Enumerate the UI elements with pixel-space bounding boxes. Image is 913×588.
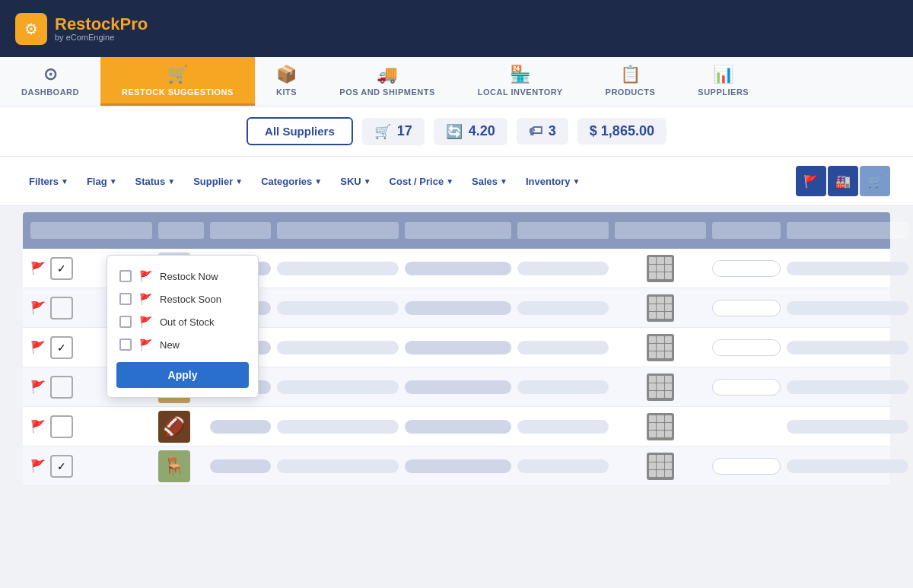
row2-col9 — [787, 301, 908, 315]
row5-checkbox[interactable] — [50, 415, 73, 438]
row3-flag: 🚩 — [30, 340, 46, 354]
flag-icon-yellow: 🚩 — [139, 293, 152, 305]
cart-view-button[interactable]: 🛒 — [860, 166, 890, 196]
filter-btn-cost-price[interactable]: Cost / Price ▼ — [383, 172, 460, 191]
sku-caret: ▼ — [364, 177, 371, 186]
logo: ⚙ RestockPro by eComEngine — [15, 13, 148, 45]
nav-item-kits[interactable]: 📦 KITS — [255, 57, 319, 106]
row1-col8 — [712, 260, 781, 277]
flag-option-restock-now[interactable]: 🚩 Restock Now — [116, 265, 249, 288]
row6-col5 — [405, 459, 511, 473]
row4-col4 — [277, 380, 399, 394]
row1-checkbox[interactable]: ✓ — [50, 257, 73, 280]
flag-label-restock-now: Restock Now — [160, 271, 218, 282]
filters-bar: Filters ▼ Flag ▼ Status ▼ Supplier ▼ Cat… — [0, 157, 913, 206]
row2-col5 — [405, 301, 511, 315]
th-col2 — [158, 222, 204, 239]
nav-item-restock-suggestions[interactable]: 🛒 RESTOCK SUGGESTIONS — [100, 57, 255, 106]
filter-btn-status[interactable]: Status ▼ — [129, 172, 182, 191]
flag-checkbox-out-of-stock[interactable] — [119, 316, 132, 328]
flag-icon-red: 🚩 — [139, 270, 152, 282]
nav-item-dashboard[interactable]: ⊙ DASHBOARD — [0, 57, 100, 106]
row4-checkbox[interactable] — [50, 376, 73, 399]
row5-flag: 🚩 — [30, 419, 46, 434]
nav-item-products[interactable]: 📋 PRODUCTS — [584, 57, 677, 106]
logo-text: RestockPro by eComEngine — [55, 16, 148, 42]
filter-btn-sales[interactable]: Sales ▼ — [466, 172, 514, 191]
row6-col4 — [277, 459, 399, 473]
row6-col8 — [712, 458, 781, 475]
row4-flag: 🚩 — [30, 380, 46, 394]
row1-check: ✓ — [57, 262, 66, 275]
filters-caret: ▼ — [61, 177, 68, 186]
th-col5 — [405, 222, 511, 239]
row5-product-img: 🏈 — [158, 411, 190, 443]
nav-item-suppliers[interactable]: 📊 SUPPLIERS — [676, 57, 770, 106]
logo-restock: Restock — [55, 14, 120, 33]
tag-icon: 🏷 — [529, 123, 542, 139]
row2-checkbox[interactable] — [50, 297, 73, 319]
row3-col8 — [712, 339, 781, 356]
row3-col5 — [405, 341, 511, 354]
table-area: 🚩 Restock Now 🚩 Restock Soon 🚩 Out of St… — [0, 212, 913, 486]
row2-col4 — [277, 301, 399, 315]
th-col7 — [615, 222, 706, 239]
filter-btn-flag[interactable]: Flag ▼ — [81, 172, 123, 191]
rating-icon: 🔄 — [446, 123, 463, 140]
flag-option-out-of-stock[interactable]: 🚩 Out of Stock — [116, 310, 249, 333]
flag-option-new[interactable]: 🚩 New — [116, 333, 249, 356]
rating-stat: 🔄 4.20 — [434, 118, 507, 145]
th-col8 — [712, 222, 781, 239]
flag-view-button[interactable]: 🚩 — [796, 166, 826, 196]
row2-col8 — [712, 300, 781, 316]
nav-label-dashboard: DASHBOARD — [21, 87, 79, 97]
nav-label-suppliers: SUPPLIERS — [698, 87, 749, 97]
table-row: 🚩 ✓ 🪑 — [23, 447, 890, 486]
nav-item-local-inventory[interactable]: 🏪 LOCAL INVENTORY — [456, 57, 584, 106]
row4-col6 — [517, 380, 609, 394]
view-buttons: 🚩 🏭 🛒 — [796, 166, 890, 196]
filter-btn-inventory[interactable]: Inventory ▼ — [520, 172, 586, 191]
pos-icon: 🚚 — [377, 65, 398, 84]
flag-option-restock-soon[interactable]: 🚩 Restock Soon — [116, 288, 249, 310]
warehouse-view-button[interactable]: 🏭 — [828, 166, 858, 196]
row3-grid — [615, 334, 706, 361]
sales-caret: ▼ — [500, 177, 507, 186]
row3-checkbox[interactable]: ✓ — [50, 336, 73, 359]
row1-col9 — [787, 262, 908, 275]
nav-item-pos[interactable]: 🚚 POS AND SHIPMENTS — [318, 57, 456, 106]
row5-col4 — [277, 420, 399, 434]
row6-checkbox[interactable]: ✓ — [50, 455, 73, 478]
row5-flags: 🚩 — [30, 415, 152, 438]
logo-sub: by eComEngine — [55, 33, 148, 42]
flag-checkbox-restock-soon[interactable] — [119, 293, 132, 305]
table-header — [23, 212, 890, 249]
flag-checkbox-new[interactable] — [119, 338, 132, 351]
flag-icon-blue: 🚩 — [139, 338, 152, 351]
row6-product-img: 🪑 — [158, 450, 190, 482]
logo-pro: Pro — [120, 14, 148, 33]
filter-btn-categories[interactable]: Categories ▼ — [255, 172, 328, 191]
flag-apply-button[interactable]: Apply — [116, 362, 249, 388]
filter-btn-filters[interactable]: Filters ▼ — [23, 172, 75, 191]
nav-label-restock: RESTOCK SUGGESTIONS — [122, 87, 234, 97]
row6-grid — [615, 453, 706, 480]
row4-col9 — [787, 380, 908, 394]
table-row: 🚩 🏈 — [23, 407, 890, 447]
th-col9 — [787, 222, 908, 239]
logo-icon: ⚙ — [15, 13, 47, 45]
flag-checkbox-restock-now[interactable] — [119, 270, 132, 282]
row3-col6 — [517, 341, 609, 354]
cart-count: 17 — [397, 123, 412, 139]
suppliers-icon: 📊 — [713, 65, 734, 84]
row6-col6 — [517, 459, 609, 473]
row4-col5 — [405, 380, 511, 394]
filter-btn-supplier[interactable]: Supplier ▼ — [187, 172, 249, 191]
th-col4 — [277, 222, 399, 239]
categories-caret: ▼ — [314, 177, 322, 186]
filter-btn-sku[interactable]: SKU ▼ — [334, 172, 377, 191]
row3-col9 — [787, 341, 908, 354]
all-suppliers-button[interactable]: All Suppliers — [247, 117, 353, 145]
row1-col5 — [405, 262, 511, 275]
row6-col3 — [210, 459, 271, 473]
